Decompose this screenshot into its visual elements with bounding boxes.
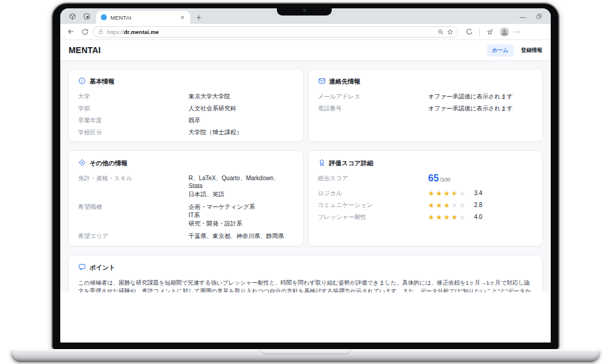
total-score-max: /100: [440, 177, 450, 183]
browser-navbar: https://dr.mentai.me: [60, 24, 551, 40]
card-title: ポイント: [90, 264, 115, 272]
site-page: MENTAI ホーム 登録情報: [60, 40, 551, 343]
home-button[interactable]: ホーム: [487, 44, 514, 57]
rating-row: プレッシャー耐性 ★★★★★★★★★★ 4.0: [318, 213, 533, 221]
card-title: その他の情報: [90, 159, 128, 168]
star-icon: ★★: [452, 190, 459, 197]
info-icon: [78, 76, 86, 87]
star-icon: ★★: [452, 214, 459, 221]
collections-icon[interactable]: [485, 26, 495, 37]
page-footer: [60, 292, 551, 343]
laptop-base: [11, 349, 600, 362]
browser-tab-active[interactable]: MENTAI ×: [96, 11, 190, 24]
close-tab-icon[interactable]: ×: [180, 14, 186, 21]
rating-row: コミュニケーション ★★★★★★★★★★ 2.8: [318, 201, 533, 209]
star-icon: ★★: [459, 214, 467, 221]
chat-bubble-icon: [78, 263, 86, 273]
card-title: 基本情報: [90, 78, 115, 86]
tab-title: MENTAI: [110, 14, 180, 21]
info-row: メールアドレス オファー承認後に表示されます: [318, 92, 533, 100]
other-info-card: その他の情報 免許・資格・スキル R、LaTeX、Quarto、Markdown…: [68, 150, 304, 246]
laptop-screen: MENTAI × + —: [51, 2, 560, 351]
points-text: この候補者は、困難な研究課題を短期間で完遂する強いプレッシャー耐性と、時間を問わ…: [78, 279, 533, 292]
window-controls: —: [520, 11, 542, 22]
info-row: 学部 人文社会系研究科: [78, 104, 294, 112]
info-row: 免許・資格・スキル R、LaTeX、Quarto、Markdown、Stata …: [78, 174, 294, 199]
camera-icon: [303, 9, 306, 12]
navbar-right-icons: ⋯: [464, 26, 521, 37]
header-actions: ホーム 登録情報: [487, 44, 542, 57]
card-title: 評価スコア詳細: [329, 159, 374, 168]
star-icon: ★★: [436, 190, 444, 197]
star-icon: ★★: [436, 202, 444, 209]
reload-icon[interactable]: [79, 26, 90, 37]
info-row: 卒業年度 既卒: [78, 116, 294, 124]
favorite-star-icon[interactable]: [447, 29, 453, 35]
info-row: 希望職種 企画・マーケティング系 IT系 研究・開発・設計系: [78, 203, 294, 228]
star-icon: ★★: [444, 214, 452, 221]
info-row: 学校区分 大学院（博士課程）: [78, 128, 294, 136]
laptop-lid-notch: [260, 349, 351, 354]
zoom-icon[interactable]: [437, 29, 444, 35]
star-rating: ★★★★★★★★★★: [428, 190, 467, 197]
total-score-value: 65: [428, 173, 439, 183]
mail-icon: [318, 76, 326, 87]
contact-info-card: 連絡先情報 メールアドレス オファー承認後に表示されます 電話番号 オファー承認…: [308, 69, 544, 142]
total-score-row: 総合スコア 65/100: [318, 174, 533, 184]
star-icon: ★★: [444, 190, 452, 197]
card-title: 連絡先情報: [329, 78, 361, 86]
toolbar-divider: [479, 28, 480, 36]
site-favicon: [101, 14, 107, 20]
basic-info-card: 基本情報 大学 東京大学大学院 学部 人文社会系研究科 卒業: [68, 69, 304, 142]
award-medal-icon: [318, 158, 326, 169]
diamond-target-icon: [78, 158, 86, 169]
restore-icon[interactable]: [536, 11, 542, 22]
rating-row: ロジカル ★★★★★★★★★★ 3.4: [318, 189, 533, 197]
star-rating: ★★★★★★★★★★: [428, 214, 467, 221]
address-bar[interactable]: https://dr.mentai.me: [93, 26, 458, 38]
score-detail-card: 評価スコア詳細 総合スコア 65/100 ロジカル: [308, 150, 544, 246]
browser-window: MENTAI × + —: [60, 8, 551, 343]
extension-icon[interactable]: [464, 26, 474, 37]
site-header: MENTAI ホーム 登録情報: [60, 40, 551, 60]
star-icon: ★★: [459, 190, 467, 197]
star-icon: ★★: [459, 202, 467, 209]
star-icon: ★★: [428, 190, 436, 197]
star-icon: ★★: [428, 202, 436, 209]
back-icon[interactable]: [66, 26, 76, 37]
star-icon: ★★: [452, 202, 459, 209]
info-row: 希望エリア 千葉県、東京都、神奈川県、静岡県: [78, 232, 294, 240]
star-rating: ★★★★★★★★★★: [428, 202, 467, 209]
profile-content: 基本情報 大学 東京大学大学院 学部 人文社会系研究科 卒業: [60, 60, 551, 292]
register-info-link[interactable]: 登録情報: [521, 47, 542, 54]
workspaces-icon[interactable]: [65, 10, 79, 22]
star-icon: ★★: [436, 214, 444, 221]
star-icon: ★★: [444, 202, 452, 209]
info-row: 電話番号 オファー承認後に表示されます: [318, 104, 533, 112]
url-text: https://dr.mentai.me: [107, 29, 434, 35]
site-logo[interactable]: MENTAI: [69, 45, 101, 55]
cards-grid: 基本情報 大学 東京大学大学院 学部 人文社会系研究科 卒業: [68, 69, 543, 246]
profile-avatar[interactable]: [500, 27, 509, 36]
points-card: ポイント この候補者は、困難な研究課題を短期間で完遂する強いプレッシャー耐性と、…: [68, 255, 543, 292]
display-notch: [277, 4, 332, 16]
site-info-lock-icon[interactable]: [98, 29, 104, 35]
info-row: 大学 東京大学大学院: [78, 92, 294, 100]
tab-actions-icon[interactable]: [79, 10, 94, 22]
new-tab-icon[interactable]: +: [196, 13, 201, 21]
settings-menu-icon[interactable]: ⋯: [514, 28, 521, 36]
minimize-icon[interactable]: —: [520, 13, 526, 20]
screenshot-stage: MENTAI × + —: [0, 0, 611, 364]
star-icon: ★★: [428, 214, 436, 221]
